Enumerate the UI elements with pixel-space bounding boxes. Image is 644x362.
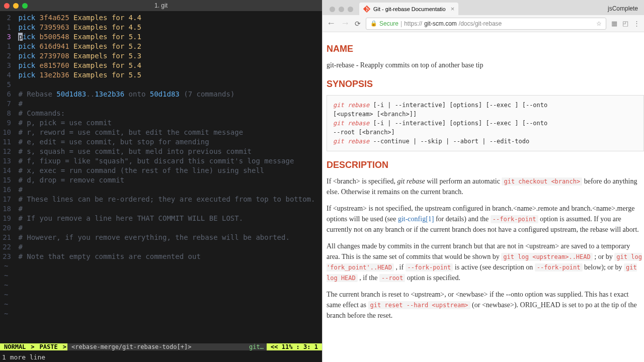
vim-mode: NORMAL (0, 343, 30, 350)
synopsis-heading: SYNOPSIS (327, 77, 644, 91)
maximize-window-icon[interactable] (22, 3, 28, 9)
url-host: git-scm.com (424, 20, 457, 27)
comment-line[interactable]: 5 (0, 80, 322, 89)
minimize-window-icon[interactable] (13, 3, 19, 9)
tab-title: Git - git-rebase Documentatio (373, 6, 446, 12)
comment-line[interactable]: 12 # s, squash = use commit, but meld in… (0, 147, 322, 156)
terminal-titlebar: 1. git (0, 0, 322, 11)
vim-statusline: NORMAL > PASTE > <rebase-merge/git-rebas… (0, 342, 322, 352)
close-window-icon[interactable] (330, 7, 335, 12)
url-path: /docs/git-rebase (459, 20, 502, 27)
rebase-line[interactable]: 4 pick 13e2b36 Examples for 5.5 (0, 70, 322, 80)
close-tab-icon[interactable]: × (451, 5, 455, 13)
browser-tabbar: Git - git-rebase Documentatio × jsComple… (323, 0, 644, 15)
terminal-window: 1. git 2 pick 3f4a625 Examples for 4.41 … (0, 0, 322, 362)
rebase-line[interactable]: 3 pick e815760 Examples for 5.4 (0, 61, 322, 70)
description-heading: DESCRIPTION (327, 158, 644, 172)
comment-line[interactable]: 13 # f, fixup = like "squash", but disca… (0, 156, 322, 166)
rebase-line[interactable]: 2 pick 2739708 Exampels for 5.3 (0, 51, 322, 61)
address-bar[interactable]: 🔒 Secure | https://git-scm.com/docs/git-… (366, 18, 606, 30)
menu-icon[interactable]: ⋮ (633, 20, 640, 27)
lock-icon: 🔒 (370, 20, 377, 27)
vim-git-branch: git… (246, 343, 267, 350)
browser-window: Git - git-rebase Documentatio × jsComple… (322, 0, 644, 362)
close-window-icon[interactable] (4, 3, 10, 9)
comment-line[interactable]: 23 # Note that empty commits are comment… (0, 252, 322, 261)
vim-percent: 11% (282, 343, 293, 350)
vim-line: 3 (303, 343, 307, 350)
name-text: git-rebase - Reapply commits on top of a… (327, 60, 644, 70)
description-para-1: If <branch> is specified, git rebase wil… (327, 176, 644, 197)
url-scheme: https:// (404, 20, 422, 27)
browser-window-controls (327, 7, 356, 15)
vim-filename: <rebase-merge/git-rebase-todo[+]> (67, 343, 246, 350)
reload-icon[interactable]: ⟳ (355, 20, 361, 28)
comment-line[interactable]: 9 # p, pick = use commit (0, 118, 322, 128)
comment-line[interactable]: 18 # (0, 204, 322, 214)
comment-line[interactable]: 22 # (0, 242, 322, 252)
vim-editor[interactable]: 2 pick 3f4a625 Examples for 4.41 pick 73… (0, 11, 322, 342)
browser-toolbar: ← → ⟳ 🔒 Secure | https://git-scm.com/doc… (323, 15, 644, 32)
page-content[interactable]: NAME git-rebase - Reapply commits on top… (323, 32, 644, 362)
qr-icon[interactable]: ▦ (611, 20, 617, 27)
comment-line[interactable]: 19 # If you remove a line here THAT COMM… (0, 214, 322, 223)
comment-line[interactable]: 17 # These lines can be re-ordered; they… (0, 195, 322, 204)
bookmark-star-icon[interactable]: ☆ (596, 20, 602, 27)
rebase-line[interactable]: 1 pick 7395963 Examples for 4.5 (0, 23, 322, 32)
extension-icon[interactable]: ◰ (622, 20, 628, 27)
vim-cmdline: 1 more line (0, 352, 322, 362)
rebase-line[interactable]: 2 pick 3f4a625 Examples for 4.4 (0, 13, 322, 23)
code-git-checkout: git checkout <branch> (502, 177, 582, 186)
comment-line[interactable]: 11 # e, edit = use commit, but stop for … (0, 137, 322, 147)
name-heading: NAME (327, 42, 644, 56)
maximize-window-icon[interactable] (348, 7, 353, 12)
description-para-4: The current branch is reset to <upstream… (327, 289, 644, 321)
back-button-icon[interactable]: ← (327, 18, 336, 29)
comment-line[interactable]: 6 # Rebase 50d1d83..13e2b36 onto 50d1d83… (0, 89, 322, 99)
forward-button-icon[interactable]: → (341, 18, 350, 29)
comment-line[interactable]: 16 # (0, 185, 322, 195)
rebase-line[interactable]: 3 pick b500548 Examples for 5.1 (0, 32, 322, 42)
comment-line[interactable]: 8 # Commands: (0, 109, 322, 118)
git-favicon-icon (363, 6, 370, 13)
comment-line[interactable]: 14 # x, exec = run command (the rest of … (0, 166, 322, 175)
comment-line[interactable]: 20 # (0, 223, 322, 233)
git-config-link[interactable]: git-config[1] (398, 215, 434, 223)
browser-tab[interactable]: Git - git-rebase Documentatio × (359, 3, 458, 15)
window-controls (4, 3, 28, 9)
minimize-window-icon[interactable] (339, 7, 344, 12)
comment-line[interactable]: 21 # However, if you remove everything, … (0, 233, 322, 242)
terminal-title: 1. git (154, 2, 168, 9)
synopsis-box: git rebase [-i | --interactive] [options… (327, 95, 644, 151)
secure-label: Secure (379, 20, 398, 27)
comment-line[interactable]: 7 # (0, 99, 322, 109)
rebase-line[interactable]: 1 pick 616d941 Examples for 5.2 (0, 42, 322, 51)
comment-line[interactable]: 10 # r, reword = use commit, but edit th… (0, 128, 322, 137)
description-para-2: If <upstream> is not specified, the upst… (327, 203, 644, 235)
comment-line[interactable]: 15 # d, drop = remove commit (0, 175, 322, 185)
extension-badge[interactable]: jsComplete (602, 2, 644, 15)
vim-col: 1 (314, 343, 318, 350)
description-para-3: All changes made by commits in the curre… (327, 241, 644, 283)
vim-paste-indicator: PASTE (36, 343, 62, 350)
